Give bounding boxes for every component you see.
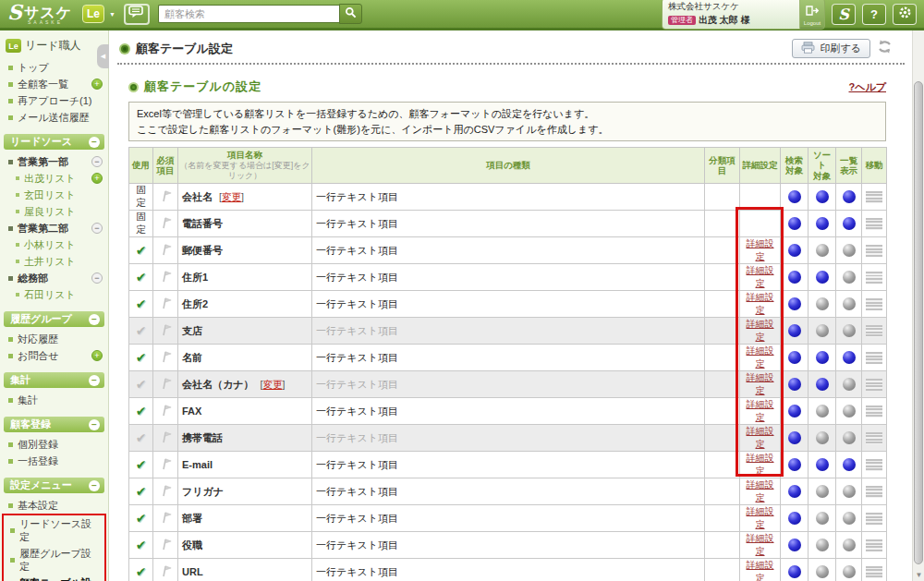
use-check-icon[interactable]: ✔	[133, 297, 149, 311]
sidebar-item[interactable]: 再アプローチ(1)	[0, 92, 108, 109]
drag-handle-icon[interactable]	[866, 352, 882, 364]
required-cell[interactable]	[153, 211, 178, 237]
scrollbar-down-icon[interactable]: ▼	[913, 571, 924, 579]
logout-button[interactable]: Logout	[799, 0, 824, 29]
required-cell[interactable]	[153, 505, 178, 532]
sidebar-item[interactable]: 履歴グループ設定	[4, 545, 104, 575]
chevron-down-icon[interactable]: ▼	[109, 11, 116, 18]
search-target-toggle[interactable]	[788, 458, 801, 471]
help-link[interactable]: ?ヘルプ	[849, 80, 887, 94]
sort-target-toggle[interactable]	[816, 485, 829, 498]
detail-settings-link[interactable]: 詳細設定	[744, 371, 776, 397]
use-cell[interactable]: ✔	[129, 559, 153, 581]
required-cell[interactable]	[153, 371, 178, 398]
required-cell[interactable]	[153, 532, 178, 559]
detail-settings-link[interactable]: 詳細設定	[744, 398, 776, 424]
detail-settings-link[interactable]: 詳細設定	[744, 559, 776, 581]
search-target-toggle[interactable]	[788, 190, 801, 203]
drag-handle-icon[interactable]	[866, 539, 882, 551]
search-target-toggle[interactable]	[788, 244, 801, 257]
required-flag-icon[interactable]	[160, 247, 172, 258]
sidebar-section-header[interactable]: 集計−	[4, 372, 104, 388]
detail-settings-link[interactable]: 詳細設定	[744, 291, 776, 317]
search-input[interactable]	[158, 5, 339, 23]
use-check-icon[interactable]: ✔	[133, 564, 149, 579]
refresh-icon[interactable]	[876, 39, 894, 58]
use-cell[interactable]: ✔	[129, 478, 153, 505]
use-check-icon[interactable]: ✔	[133, 404, 149, 418]
sidebar-item[interactable]: 集計	[0, 392, 108, 408]
required-cell[interactable]	[153, 318, 178, 345]
required-cell[interactable]	[153, 237, 178, 264]
use-check-icon[interactable]: ✔	[133, 457, 149, 472]
sort-target-toggle[interactable]	[816, 351, 829, 364]
drag-handle-icon[interactable]	[866, 272, 882, 284]
use-cell[interactable]: 固定	[129, 184, 153, 211]
sidebar-item[interactable]: トップ	[0, 59, 108, 76]
sidebar-section-header[interactable]: リードソース−	[4, 134, 104, 150]
search-target-toggle[interactable]	[788, 378, 801, 391]
sidebar-item[interactable]: 営業第二部−	[0, 220, 108, 236]
required-flag-icon[interactable]	[160, 434, 172, 445]
drag-handle-icon[interactable]	[866, 191, 882, 203]
use-cell[interactable]: ✔	[129, 237, 153, 264]
drag-handle-icon[interactable]	[866, 513, 882, 525]
required-cell[interactable]	[153, 452, 178, 478]
list-display-toggle[interactable]	[843, 458, 856, 471]
sidebar-section-header[interactable]: 履歴グループ−	[4, 311, 104, 327]
sidebar-item[interactable]: 土井リスト	[0, 253, 108, 270]
sidebar-item[interactable]: 一括登録	[0, 453, 108, 469]
required-flag-icon[interactable]	[160, 381, 172, 392]
required-cell[interactable]	[153, 559, 178, 581]
search-target-toggle[interactable]	[788, 431, 801, 444]
use-cell[interactable]: ✔	[129, 371, 153, 398]
use-check-icon[interactable]: ✔	[133, 430, 149, 445]
detail-settings-link[interactable]: 詳細設定	[744, 452, 776, 478]
use-check-icon[interactable]: ✔	[133, 377, 149, 392]
sidebar-item[interactable]: メール送信履歴	[0, 109, 108, 126]
list-display-toggle[interactable]	[843, 378, 856, 391]
list-display-toggle[interactable]	[843, 431, 856, 444]
chat-button[interactable]	[124, 4, 150, 25]
sort-target-toggle[interactable]	[816, 378, 829, 391]
sort-target-toggle[interactable]	[816, 217, 829, 230]
search-button[interactable]	[339, 4, 362, 24]
minus-icon[interactable]: −	[91, 223, 103, 234]
sidebar-section-header[interactable]: 顧客登録−	[4, 417, 104, 432]
plus-icon[interactable]: +	[91, 350, 103, 361]
use-check-icon[interactable]: ✔	[133, 538, 149, 552]
drag-handle-icon[interactable]	[866, 245, 882, 257]
use-check-icon[interactable]: ✔	[133, 270, 149, 284]
drag-handle-icon[interactable]	[866, 379, 882, 391]
list-display-toggle[interactable]	[843, 271, 856, 284]
plus-icon[interactable]: +	[91, 173, 103, 184]
use-cell[interactable]: ✔	[129, 291, 153, 318]
list-display-toggle[interactable]	[843, 324, 856, 337]
search-target-toggle[interactable]	[788, 539, 801, 551]
drag-handle-icon[interactable]	[866, 566, 882, 578]
sidebar-item[interactable]: 玄田リスト	[0, 187, 108, 203]
sort-target-toggle[interactable]	[816, 190, 829, 203]
detail-settings-link[interactable]: 詳細設定	[744, 505, 776, 531]
required-flag-icon[interactable]	[160, 193, 172, 204]
drag-handle-icon[interactable]	[866, 325, 882, 337]
required-flag-icon[interactable]	[160, 354, 172, 365]
sidebar-item[interactable]: 個別登録	[0, 436, 108, 453]
sidebar-item[interactable]: 基本設定	[0, 497, 108, 514]
required-flag-icon[interactable]	[160, 461, 172, 472]
minus-icon[interactable]: −	[91, 156, 103, 167]
sort-target-toggle[interactable]	[816, 431, 829, 444]
required-flag-icon[interactable]	[160, 273, 172, 284]
required-flag-icon[interactable]	[160, 220, 172, 231]
use-check-icon[interactable]: ✔	[133, 323, 149, 338]
help-button[interactable]: ?	[862, 4, 886, 25]
sort-target-toggle[interactable]	[816, 297, 829, 310]
detail-settings-link[interactable]: 詳細設定	[744, 318, 776, 344]
required-cell[interactable]	[153, 425, 178, 452]
use-check-icon[interactable]: ✔	[133, 243, 149, 258]
use-cell[interactable]: 固定	[129, 211, 153, 237]
sort-target-toggle[interactable]	[816, 405, 829, 418]
use-check-icon[interactable]: ✔	[133, 350, 149, 365]
search-target-toggle[interactable]	[788, 485, 801, 498]
search-target-toggle[interactable]	[788, 324, 801, 337]
